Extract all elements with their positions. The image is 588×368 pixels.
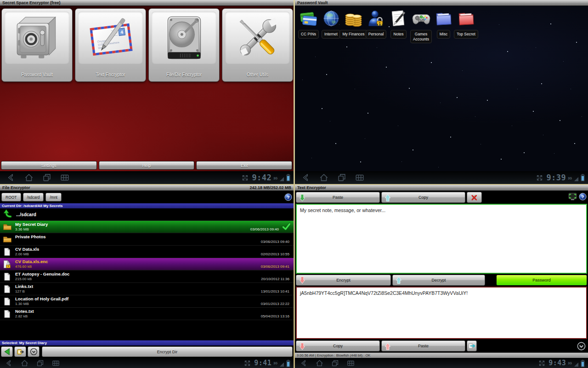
tab-mnt[interactable]: /mnt (45, 193, 62, 201)
decrypt-button[interactable]: Decrypt (392, 275, 485, 286)
back-dir-button[interactable] (1, 346, 13, 357)
file-row[interactable]: Location of Holy Grail.pdf 1.30 MB 03/01… (0, 295, 294, 308)
copy-cipher-button[interactable]: Copy (296, 340, 380, 351)
apps-grid-icon[interactable] (355, 172, 365, 183)
main-menu-background: Password Vault 4 Oxygen 1100 Somewhere W… (0, 6, 294, 171)
fullscreen-toggle-icon[interactable] (242, 174, 249, 181)
home-icon[interactable] (20, 359, 29, 368)
window-title: File Encryptor (2, 185, 30, 190)
vault-category-icon (367, 9, 386, 29)
vault-category-label: Notes (390, 30, 406, 39)
vault-category-icon (322, 9, 341, 29)
file-row[interactable]: Links.txt 127 B 13/01/2013 10:41 (0, 283, 294, 295)
encrypt-button[interactable]: Encrypt (296, 275, 391, 286)
vault-category[interactable]: Misc (432, 9, 455, 39)
tools-icon (232, 14, 283, 62)
file-row[interactable]: CV Data.xls 2.00 MB 02/02/2013 10:55 (0, 246, 294, 258)
up-arrow-icon (396, 276, 401, 284)
app-tile[interactable]: 4 Oxygen 1100 Somewhere World Text Encry… (75, 8, 146, 82)
send-to-button[interactable] (467, 340, 477, 351)
paste-cipher-button[interactable]: Paste (381, 340, 465, 351)
back-icon[interactable] (300, 359, 308, 368)
vault-category-icon (299, 9, 318, 29)
clock: 9:43 (548, 359, 566, 367)
vault-category-label: Games Accounts (410, 30, 432, 43)
tab-root[interactable]: ROOT (1, 193, 21, 201)
apps-grid-icon[interactable] (346, 359, 355, 368)
starfield-background: CC PINs Internet My Finances Personal No… (295, 6, 588, 171)
file-name: Location of Holy Grail.pdf (15, 297, 68, 301)
recents-icon[interactable] (42, 172, 52, 183)
blue-folder-icon (434, 9, 453, 29)
tile-icon-area (225, 12, 290, 64)
vault-category[interactable]: Games Accounts (410, 9, 432, 43)
help-icon[interactable]: ? (284, 193, 292, 201)
help-icon[interactable]: ? (579, 193, 587, 202)
password-button[interactable]: Password (496, 275, 587, 286)
password-vault-titlebar: Password Vault (295, 0, 588, 6)
file-row[interactable]: Private Photos 03/06/2013 09:40 (0, 233, 294, 246)
plaintext-editor[interactable]: My secret note, message, or whatever... (296, 204, 587, 274)
fullscreen-toggle-icon[interactable] (244, 360, 251, 367)
signal-icon (574, 175, 579, 180)
jump-to-folder-button[interactable] (14, 346, 26, 357)
file-date: 05/04/2013 13:16 (261, 314, 289, 318)
vault-category[interactable]: CC PINs (297, 9, 320, 39)
network-badge: 3G (568, 177, 572, 180)
up-arrow-icon (385, 194, 390, 201)
vault-category[interactable]: Internet (320, 9, 342, 39)
network-badge: 3G (568, 362, 572, 365)
selected-info-bar: Selected: My Secret Diary (0, 340, 294, 345)
file-list: .../sdcard My Secret Diary 3.36 MB 03/06… (0, 208, 294, 340)
paste-button[interactable]: Paste (296, 192, 380, 203)
settings-button[interactable]: Settings (1, 161, 97, 170)
back-icon[interactable] (5, 359, 13, 368)
file-row[interactable]: ET Autopsy - Genuine.doc 215.00 kB 20/10… (0, 270, 294, 283)
vault-category[interactable]: Personal (365, 9, 387, 39)
home-icon[interactable] (319, 172, 329, 183)
network-badge: 3G (273, 362, 277, 365)
file-row[interactable]: My Secret Diary 3.36 MB 03/06/2013 09:40 (0, 221, 294, 233)
home-icon[interactable] (315, 359, 324, 368)
back-icon[interactable] (6, 172, 16, 183)
fullscreen-editor-icon[interactable] (568, 193, 577, 202)
back-icon[interactable] (301, 172, 311, 183)
help-button[interactable]: Help (99, 161, 195, 170)
home-icon[interactable] (24, 172, 34, 183)
recents-icon[interactable] (36, 359, 45, 368)
app-tile[interactable]: File/Dir Encryptor (148, 8, 220, 82)
clear-text-button[interactable] (467, 192, 482, 203)
ciphertext-editor[interactable]: jA5nbH79YT4cc5gR]TMCA4NqV72tZi8Se2C3E4Mh… (296, 287, 587, 339)
file-row[interactable]: Notes.txt 2.82 kB 05/04/2013 13:16 (0, 308, 294, 320)
recents-icon[interactable] (337, 172, 347, 183)
tile-icon-area (5, 12, 69, 64)
screen: Secret Space Encryptor (free) Password V… (0, 0, 588, 368)
app-tile[interactable]: Other Utils (222, 8, 293, 82)
fullscreen-toggle-icon[interactable] (536, 174, 543, 181)
vault-category[interactable]: Top Secret (455, 9, 477, 39)
vault-category[interactable]: Notes (387, 9, 410, 39)
vault-category-row: CC PINs Internet My Finances Personal No… (297, 9, 477, 43)
apps-grid-icon[interactable] (51, 359, 60, 368)
file-date: 03/06/2013 09:40 (250, 227, 279, 231)
tab-sdcard[interactable]: /sdcard (23, 193, 44, 201)
recents-icon[interactable] (331, 359, 339, 368)
apps-grid-icon[interactable] (60, 172, 70, 183)
app-tile[interactable]: Password Vault (1, 8, 73, 82)
vault-category[interactable]: My Finances (342, 9, 365, 39)
panel-main-menu: Secret Space Encryptor (free) Password V… (0, 0, 294, 184)
more-options-button[interactable] (28, 346, 40, 357)
fullscreen-toggle-icon[interactable] (538, 360, 545, 367)
scroll-down-icon[interactable] (577, 341, 586, 351)
copy-button[interactable]: Copy (381, 192, 465, 203)
file-size: 215.00 kB (15, 277, 69, 281)
file-size: 476.60 kB (15, 265, 48, 269)
network-badge: 3G (273, 177, 277, 180)
encrypt-dir-button[interactable]: Encrypt Dir (42, 346, 293, 357)
globe-icon (322, 9, 341, 29)
clock: 9:42 (252, 173, 271, 182)
parent-dir-row[interactable]: .../sdcard (0, 208, 294, 221)
exit-button[interactable]: Exit (196, 161, 292, 170)
file-size: 2.82 kB (15, 315, 34, 318)
file-row[interactable]: CV Data.xls.enc 476.60 kB 03/06/2013 09:… (0, 258, 294, 270)
